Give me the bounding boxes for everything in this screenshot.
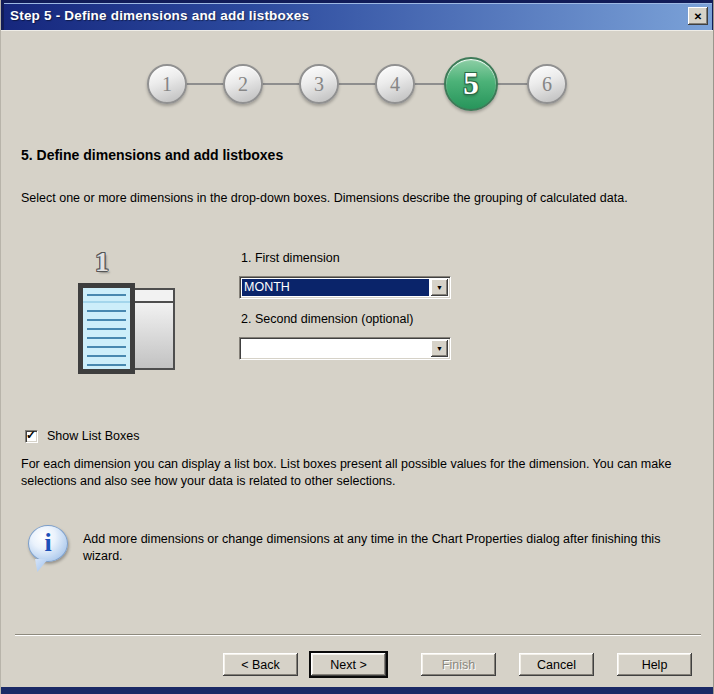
- first-dimension-select[interactable]: MONTH ▼: [239, 276, 451, 299]
- second-dimension-dropdown-button[interactable]: ▼: [431, 340, 448, 357]
- page-title: 5. Define dimensions and add listboxes: [21, 147, 283, 163]
- finish-button[interactable]: Finish: [421, 653, 496, 676]
- intro-text: Select one or more dimensions in the dro…: [21, 190, 633, 207]
- chevron-down-icon: ▼: [436, 345, 443, 352]
- step-indicator-4: 4: [375, 64, 415, 104]
- step-indicator-3: 3: [299, 64, 339, 104]
- close-button[interactable]: ✕: [688, 7, 708, 25]
- show-list-boxes-label: Show List Boxes: [47, 429, 139, 443]
- step-indicator-6: 6: [527, 64, 567, 104]
- close-icon: ✕: [694, 11, 702, 22]
- first-dimension-value: MONTH: [242, 279, 429, 296]
- show-list-boxes-checkbox[interactable]: ✓ Show List Boxes: [25, 428, 139, 444]
- step-number: 1: [162, 73, 172, 96]
- step-indicator-5-active: 5: [444, 57, 498, 111]
- wizard-dialog: Step 5 - Define dimensions and add listb…: [0, 0, 714, 694]
- step-number: 4: [390, 73, 400, 96]
- step-indicator-1: 1: [147, 64, 187, 104]
- step-indicator-2: 2: [223, 64, 263, 104]
- info-note: Add more dimensions or change dimensions…: [83, 531, 691, 565]
- window-title: Step 5 - Define dimensions and add listb…: [10, 3, 309, 29]
- step-number: 6: [542, 73, 552, 96]
- second-dimension-label: 2. Second dimension (optional): [241, 312, 413, 326]
- info-glyph: i: [44, 527, 51, 557]
- second-dimension-select[interactable]: ▼: [239, 337, 451, 360]
- second-dimension-value: [242, 340, 429, 357]
- illustration-number: 1: [95, 246, 109, 278]
- step-number: 2: [238, 73, 248, 96]
- listbox-illustration-icon: 1: [76, 250, 186, 380]
- back-button[interactable]: < Back: [223, 653, 298, 676]
- titlebar[interactable]: Step 5 - Define dimensions and add listb…: [1, 0, 713, 30]
- next-button[interactable]: Next >: [309, 651, 388, 678]
- listbox-help-text: For each dimension you can display a lis…: [21, 456, 689, 490]
- info-icon: i: [28, 525, 70, 575]
- first-dimension-dropdown-button[interactable]: ▼: [431, 279, 448, 296]
- listbox-icon: [78, 283, 135, 374]
- separator: [15, 634, 701, 635]
- step-number: 5: [463, 66, 479, 102]
- help-button[interactable]: Help: [617, 653, 692, 676]
- checkbox-box[interactable]: ✓: [25, 430, 38, 443]
- table-icon: [129, 288, 175, 370]
- cancel-button[interactable]: Cancel: [519, 653, 594, 676]
- first-dimension-label: 1. First dimension: [241, 251, 340, 265]
- balloon-tail: [35, 559, 48, 572]
- step-number: 3: [314, 73, 324, 96]
- window-bottom-border: [1, 687, 713, 694]
- chevron-down-icon: ▼: [436, 284, 443, 291]
- checkmark-icon: ✓: [26, 428, 36, 442]
